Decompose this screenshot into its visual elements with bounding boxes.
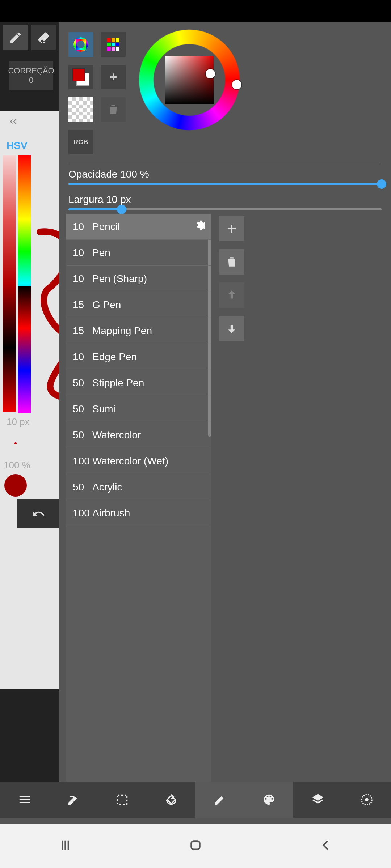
plus-icon: +	[109, 69, 117, 85]
menu-button[interactable]	[0, 782, 49, 818]
brush-item[interactable]: 50Acrylic	[66, 474, 211, 500]
svg-point-2	[365, 798, 369, 801]
width-slider[interactable]	[68, 208, 382, 210]
brush-size: 10	[73, 247, 92, 259]
brush-delete-button[interactable]	[219, 249, 244, 275]
palette-grid-icon	[107, 38, 119, 51]
palette-tab-button[interactable]	[244, 782, 293, 818]
value-slider-strip[interactable]	[3, 155, 16, 412]
delete-swatch-button	[101, 97, 126, 122]
arrow-down-icon	[225, 322, 239, 335]
brush-item[interactable]: 10Pencil	[66, 214, 211, 240]
add-swatch-button[interactable]: +	[101, 65, 126, 89]
tool-pencil-button[interactable]	[3, 25, 28, 50]
color-wheel-icon	[73, 37, 88, 52]
brush-size: 50	[73, 429, 92, 441]
width-slider-label: Largura 10 px	[68, 194, 382, 205]
home-icon	[188, 838, 203, 852]
edit-button[interactable]	[49, 782, 98, 818]
rotate-icon	[164, 793, 178, 807]
correction-label: CORREÇÃO	[8, 66, 54, 76]
plus-icon	[225, 222, 239, 235]
color-mode-grid: + RGB	[68, 32, 126, 162]
chevron-double-left-icon	[7, 116, 18, 127]
color-wheel[interactable]	[139, 29, 240, 131]
more-button[interactable]	[342, 782, 391, 818]
hue-handle[interactable]	[232, 80, 241, 89]
android-nav-bar	[0, 824, 391, 868]
brush-name: Acrylic	[92, 481, 211, 493]
opacity-readout: 100 %	[4, 460, 30, 471]
dots-circle-icon	[360, 793, 374, 807]
brush-move-down-button[interactable]	[219, 316, 244, 341]
opacity-slider[interactable]	[68, 183, 382, 185]
sv-handle[interactable]	[206, 69, 215, 78]
current-color-swatch[interactable]	[4, 474, 27, 497]
brush-add-button[interactable]	[219, 216, 244, 241]
brush-tab-button[interactable]	[196, 782, 244, 818]
brush-name: Edge Pen	[92, 351, 211, 363]
correction-button[interactable]: CORREÇÃO 0	[9, 61, 53, 90]
pencil-icon	[9, 31, 22, 44]
palette-icon	[262, 793, 276, 807]
brush-list[interactable]: 10Pencil10Pen10Pen (Sharp)15G Pen15Mappi…	[66, 214, 211, 782]
brush-name: Watercolor	[92, 429, 211, 441]
brush-item[interactable]: 100Watercolor (Wet)	[66, 448, 211, 474]
brush-sliders: Opacidade 100 % Largura 10 px	[68, 163, 382, 219]
palette-mode-button[interactable]	[101, 32, 126, 57]
brush-item[interactable]: 10Edge Pen	[66, 344, 211, 370]
nav-recents-button[interactable]	[58, 838, 72, 854]
brush-name: Stipple Pen	[92, 377, 211, 389]
brush-name: Mapping Pen	[92, 325, 211, 337]
tool-eraser-button[interactable]	[31, 25, 56, 50]
brush-item[interactable]: 15Mapping Pen	[66, 318, 211, 344]
layers-button[interactable]	[293, 782, 342, 818]
undo-button[interactable]	[17, 499, 59, 528]
rgb-label: RGB	[73, 139, 88, 146]
gear-icon	[194, 220, 206, 231]
brush-size: 15	[73, 325, 92, 337]
sv-box[interactable]	[165, 56, 214, 104]
brush-size: 100	[73, 455, 92, 467]
recents-icon	[58, 838, 72, 852]
color-mode-hsv-tab[interactable]: HSV	[7, 140, 28, 152]
trash-icon	[225, 255, 239, 269]
layers-icon	[311, 793, 325, 807]
trash-icon	[106, 103, 120, 116]
brush-size: 10	[73, 221, 92, 233]
fg-bg-swatch-button[interactable]	[68, 65, 93, 89]
brush-size-readout: 10 px	[7, 416, 30, 427]
nav-home-button[interactable]	[188, 838, 203, 854]
rgb-mode-button[interactable]: RGB	[68, 130, 93, 154]
opacity-slider-label: Opacidade 100 %	[68, 169, 382, 180]
chevron-left-icon	[319, 838, 333, 852]
brush-name: Pen (Sharp)	[92, 273, 211, 285]
brush-item[interactable]: 10Pen (Sharp)	[66, 266, 211, 292]
brush-size: 10	[73, 351, 92, 363]
brush-settings-button[interactable]	[194, 220, 206, 234]
brush-item[interactable]: 50Stipple Pen	[66, 370, 211, 396]
marquee-icon	[115, 793, 129, 807]
brush-item[interactable]: 50Sumi	[66, 396, 211, 422]
sat-slider-strip[interactable]	[18, 286, 31, 413]
brush-name: G Pen	[92, 299, 211, 311]
collapse-sidebar-button[interactable]	[7, 116, 18, 128]
bottom-toolbar	[0, 782, 391, 818]
transparency-swatch-button[interactable]	[68, 97, 93, 122]
brush-size: 15	[73, 299, 92, 311]
brush-name: Pencil	[92, 221, 211, 233]
brush-item[interactable]: 50Watercolor	[66, 422, 211, 448]
rotate-button[interactable]	[147, 782, 196, 818]
brush-item[interactable]: 15G Pen	[66, 292, 211, 318]
nav-back-button[interactable]	[319, 838, 333, 854]
brush-item[interactable]: 100Airbrush	[66, 500, 211, 526]
brush-color-panel: + RGB Opacidade 100 % Largu	[59, 22, 391, 782]
brush-size: 100	[73, 507, 92, 519]
arrow-up-icon	[225, 288, 239, 302]
brush-name: Pen	[92, 247, 211, 259]
brush-name: Sumi	[92, 403, 211, 415]
brush-item[interactable]: 10Pen	[66, 240, 211, 266]
select-button[interactable]	[98, 782, 147, 818]
color-wheel-mode-button[interactable]	[68, 32, 93, 57]
brush-size: 50	[73, 481, 92, 493]
